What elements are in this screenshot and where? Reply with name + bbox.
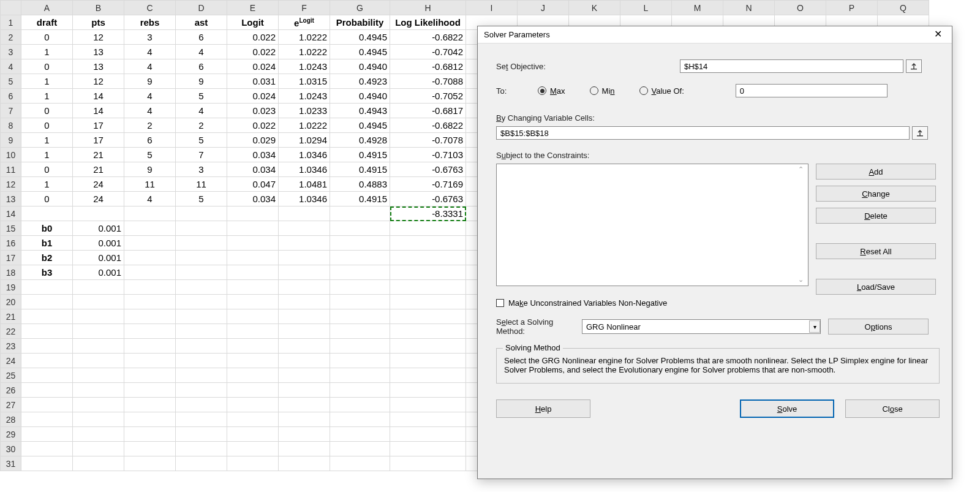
- cell[interactable]: b0: [21, 221, 73, 236]
- cell[interactable]: -0.6812: [390, 59, 466, 74]
- cell[interactable]: 0: [21, 59, 73, 74]
- options-button[interactable]: Options: [828, 319, 929, 335]
- cell[interactable]: 0.031: [227, 74, 279, 89]
- row-header-31[interactable]: 31: [1, 456, 21, 471]
- col-header-F[interactable]: F: [279, 1, 330, 15]
- close-button[interactable]: Close: [845, 399, 940, 418]
- cell[interactable]: 1.0346: [279, 148, 330, 162]
- col-header-H[interactable]: H: [390, 1, 466, 15]
- row-header-25[interactable]: 25: [1, 368, 21, 383]
- row-header-6[interactable]: 6: [1, 89, 21, 104]
- cell[interactable]: 0.022: [227, 30, 279, 45]
- radio-min[interactable]: Min: [590, 86, 615, 96]
- col-header-K[interactable]: K: [569, 1, 620, 15]
- cell[interactable]: 0.001: [73, 221, 124, 236]
- scroll-up-icon[interactable]: ⌃: [798, 165, 807, 174]
- col-header-M[interactable]: M: [672, 1, 723, 15]
- cell[interactable]: rebs: [124, 15, 176, 30]
- row-header-8[interactable]: 8: [1, 118, 21, 133]
- row-header-23[interactable]: 23: [1, 339, 21, 354]
- cell[interactable]: 0.4915: [330, 148, 390, 162]
- cell[interactable]: 0.4940: [330, 89, 390, 104]
- nonneg-checkbox[interactable]: Make Unconstrained Variables Non-Negativ…: [496, 298, 667, 308]
- cell[interactable]: 0.4940: [330, 59, 390, 74]
- cell[interactable]: 0.4915: [330, 162, 390, 177]
- cell[interactable]: 11: [176, 177, 227, 192]
- cell[interactable]: 1.0346: [279, 162, 330, 177]
- cell[interactable]: 12: [73, 30, 124, 45]
- cell[interactable]: 1.0294: [279, 133, 330, 148]
- row-header-30[interactable]: 30: [1, 442, 21, 456]
- cell[interactable]: 1.0481: [279, 177, 330, 192]
- cell[interactable]: -0.7103: [390, 148, 466, 162]
- help-button[interactable]: Help: [496, 399, 590, 418]
- row-header-2[interactable]: 2: [1, 30, 21, 45]
- solving-method-combo[interactable]: GRG Nonlinear ▾: [582, 319, 821, 334]
- cell[interactable]: 1: [21, 45, 73, 59]
- active-cell-H14[interactable]: -8.3331: [390, 206, 466, 221]
- cell[interactable]: -0.6763: [390, 162, 466, 177]
- cell[interactable]: 1: [21, 177, 73, 192]
- cell[interactable]: -0.7078: [390, 133, 466, 148]
- cell[interactable]: 5: [176, 192, 227, 206]
- cell[interactable]: 2: [176, 118, 227, 133]
- cell[interactable]: 1.0243: [279, 59, 330, 74]
- cell[interactable]: 0.034: [227, 148, 279, 162]
- cell[interactable]: 17: [73, 133, 124, 148]
- row-header-22[interactable]: 22: [1, 324, 21, 339]
- cell[interactable]: 3: [176, 162, 227, 177]
- cell[interactable]: 4: [124, 89, 176, 104]
- cell[interactable]: b2: [21, 251, 73, 265]
- col-header-P[interactable]: P: [826, 1, 878, 15]
- scroll-down-icon[interactable]: ⌄: [798, 276, 807, 284]
- cell[interactable]: 9: [124, 74, 176, 89]
- cell[interactable]: 0.001: [73, 265, 124, 280]
- cell[interactable]: 1.0233: [279, 104, 330, 118]
- cell[interactable]: eLogit: [279, 15, 330, 30]
- row-header-9[interactable]: 9: [1, 133, 21, 148]
- row-header-11[interactable]: 11: [1, 162, 21, 177]
- cell[interactable]: 5: [124, 148, 176, 162]
- row-header-5[interactable]: 5: [1, 74, 21, 89]
- cell[interactable]: -0.7042: [390, 45, 466, 59]
- row-header-1[interactable]: 1: [1, 15, 21, 30]
- cell[interactable]: 0.001: [73, 236, 124, 251]
- row-header-15[interactable]: 15: [1, 221, 21, 236]
- cell[interactable]: 2: [124, 118, 176, 133]
- cell[interactable]: 9: [124, 162, 176, 177]
- cell[interactable]: 0.4943: [330, 104, 390, 118]
- cell[interactable]: 0.4928: [330, 133, 390, 148]
- cell[interactable]: 24: [73, 192, 124, 206]
- row-header-21[interactable]: 21: [1, 309, 21, 324]
- col-header-G[interactable]: G: [330, 1, 390, 15]
- cell[interactable]: b3: [21, 265, 73, 280]
- cell[interactable]: 4: [124, 192, 176, 206]
- cell[interactable]: 5: [176, 133, 227, 148]
- cell[interactable]: -0.6822: [390, 30, 466, 45]
- col-header-C[interactable]: C: [124, 1, 176, 15]
- reset-all-button[interactable]: Reset All: [816, 243, 936, 259]
- ref-picker-icon[interactable]: [912, 126, 928, 140]
- ref-picker-icon[interactable]: [906, 59, 922, 73]
- row-header-7[interactable]: 7: [1, 104, 21, 118]
- add-button[interactable]: Add: [816, 164, 936, 180]
- cell[interactable]: Probability: [330, 15, 390, 30]
- col-header-O[interactable]: O: [775, 1, 826, 15]
- cell[interactable]: 13: [73, 45, 124, 59]
- cell[interactable]: 4: [176, 104, 227, 118]
- cell[interactable]: 3: [124, 30, 176, 45]
- row-header-20[interactable]: 20: [1, 295, 21, 309]
- cell[interactable]: 4: [176, 45, 227, 59]
- cell[interactable]: Logit: [227, 15, 279, 30]
- cell[interactable]: 1.0222: [279, 30, 330, 45]
- col-header-A[interactable]: A: [21, 1, 73, 15]
- changing-cells-input[interactable]: [496, 126, 910, 140]
- value-of-input[interactable]: [736, 84, 888, 97]
- col-header-Q[interactable]: Q: [878, 1, 929, 15]
- cell[interactable]: -0.6822: [390, 118, 466, 133]
- cell[interactable]: 0.001: [73, 251, 124, 265]
- cell[interactable]: -0.6763: [390, 192, 466, 206]
- row-header-18[interactable]: 18: [1, 265, 21, 280]
- cell[interactable]: 9: [176, 74, 227, 89]
- row-header-14[interactable]: 14: [1, 206, 21, 221]
